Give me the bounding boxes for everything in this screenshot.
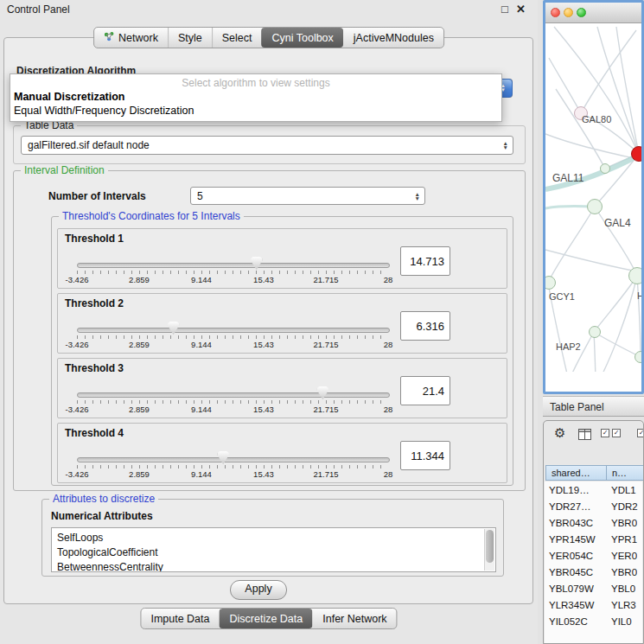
threshold-1-value-input[interactable] xyxy=(400,246,450,276)
network-node[interactable] xyxy=(634,351,641,363)
tab-label: Network xyxy=(118,32,158,44)
table-row[interactable]: YBR043CYBR0 xyxy=(545,514,642,531)
table-row[interactable]: YPR145WYPR1 xyxy=(545,531,642,547)
network-canvas[interactable]: GAL80 GAL11 GAL4 GCY1 HAP2 H xyxy=(545,23,641,372)
node-label-gal80: GAL80 xyxy=(582,114,611,124)
slider-scale: -3.426 2.859 9.144 15.43 21.715 28 xyxy=(77,405,388,415)
control-panel-titlebar: Control Panel □ ✕ xyxy=(0,0,538,21)
tab-jactivemnodules[interactable]: jActiveMNodules xyxy=(343,28,443,48)
scale-label: 15.43 xyxy=(253,275,274,284)
tab-label: Discretize Data xyxy=(230,613,303,625)
arrow-down-icon: ▼ xyxy=(415,196,420,201)
cell-name: YBR0 xyxy=(609,518,637,528)
network-node[interactable] xyxy=(628,267,641,284)
scale-label: 9.144 xyxy=(191,340,212,349)
checkbox-icon[interactable]: ✓ xyxy=(601,429,609,437)
scale-label: 21.715 xyxy=(313,469,338,479)
cell-shared-name: YBL079W xyxy=(545,583,609,594)
network-node[interactable] xyxy=(587,199,603,214)
table-row[interactable]: YDL19…YDL1 xyxy=(545,481,642,498)
table-row[interactable]: YLR345WYLR3 xyxy=(545,596,642,613)
threshold-1-slider[interactable]: -3.426 2.859 9.144 15.43 21.715 28 xyxy=(77,257,388,288)
slider-track[interactable] xyxy=(77,457,390,462)
slider-scale: -3.426 2.859 9.144 15.43 21.715 28 xyxy=(77,340,388,350)
cell-shared-name: YBR045C xyxy=(545,567,609,577)
gear-icon[interactable]: ⚙ xyxy=(554,425,565,441)
scale-label: -3.426 xyxy=(66,469,89,479)
list-scrollbar[interactable] xyxy=(484,529,494,571)
tab-infer-network[interactable]: Infer Network xyxy=(312,609,396,628)
table-data-selected-value: galFiltered.sif default node xyxy=(28,139,150,151)
table-row[interactable]: YIL052CYIL0 xyxy=(545,613,642,629)
tab-network[interactable]: Network xyxy=(94,28,168,48)
scale-label: 21.715 xyxy=(313,405,338,414)
slider-ticks xyxy=(77,465,388,469)
cell-name: YDL1 xyxy=(609,485,636,495)
table-row[interactable]: YER054CYER0 xyxy=(545,547,642,564)
cell-shared-name: YPR145W xyxy=(545,534,609,545)
scale-label: 2.859 xyxy=(129,469,150,479)
threshold-3-slider[interactable]: -3.426 2.859 9.144 15.43 21.715 28 xyxy=(77,386,388,418)
threshold-2-slider[interactable]: -3.426 2.859 9.144 15.43 21.715 28 xyxy=(77,322,388,353)
threshold-4-value-input[interactable] xyxy=(400,441,450,470)
scrollbar-thumb[interactable] xyxy=(486,530,494,563)
top-tab-bar: Network Style Select Cyni Toolbox jActiv… xyxy=(93,27,444,48)
numerical-attributes-list[interactable]: SelfLoops TopologicalCoefficient Between… xyxy=(51,527,496,572)
table-row[interactable]: YBL079WYBL0 xyxy=(545,580,642,596)
table-data-combobox[interactable]: galFiltered.sif default node ▲ ▼ xyxy=(21,136,513,155)
node-label-hap2: HAP2 xyxy=(556,341,581,352)
list-item[interactable]: BetweennessCentrality xyxy=(57,560,495,572)
table-panel-title: Table Panel xyxy=(550,401,604,413)
dropdown-option-manual-discretization[interactable]: Manual Discretization xyxy=(10,90,501,104)
threshold-4-label: Threshold 4 xyxy=(65,427,124,439)
slider-track[interactable] xyxy=(77,328,390,333)
list-item[interactable]: SelfLoops xyxy=(57,531,495,545)
cell-name: YDR2 xyxy=(609,501,638,512)
threshold-1-label: Threshold 1 xyxy=(65,233,124,245)
combobox-stepper-icon[interactable]: ▲ ▼ xyxy=(503,141,508,150)
tab-label: Impute Data xyxy=(150,613,209,625)
checkbox-icon[interactable]: ✓ xyxy=(612,429,621,437)
tab-impute-data[interactable]: Impute Data xyxy=(141,609,219,628)
list-item[interactable]: TopologicalCoefficient xyxy=(57,545,495,560)
number-of-intervals-combobox[interactable]: 5 ▲ ▼ xyxy=(190,187,425,205)
scale-label: -3.426 xyxy=(66,340,89,349)
table-data-group: Table Data galFiltered.sif default node … xyxy=(13,125,526,164)
column-header-shared-name[interactable]: shared… xyxy=(545,465,607,481)
apply-button[interactable]: Apply xyxy=(230,580,287,600)
network-node[interactable] xyxy=(600,163,610,174)
close-window-button[interactable] xyxy=(551,8,560,17)
cell-name: YBR0 xyxy=(609,567,637,577)
tab-cyni-toolbox[interactable]: Cyni Toolbox xyxy=(261,28,342,48)
float-window-button[interactable]: □ xyxy=(501,3,508,16)
threshold-3-label: Threshold 3 xyxy=(65,362,124,374)
columns-icon[interactable] xyxy=(578,428,591,443)
slider-track[interactable] xyxy=(77,263,390,268)
threshold-4-slider[interactable]: -3.426 2.859 9.144 15.43 21.715 28 xyxy=(77,451,388,482)
cell-name: YIL0 xyxy=(609,616,632,627)
threshold-2-value-input[interactable] xyxy=(400,311,450,341)
table-panel-header: Table Panel xyxy=(543,396,644,417)
network-window-titlebar xyxy=(545,3,641,23)
table-row[interactable]: YDR27…YDR2 xyxy=(545,498,642,514)
checkbox-icon[interactable]: ✓ xyxy=(637,429,644,437)
network-node[interactable] xyxy=(589,326,601,338)
dropdown-option-equal-width-frequency[interactable]: Equal Width/Frequency Discretization xyxy=(10,104,501,118)
minimize-window-button[interactable] xyxy=(564,8,573,17)
close-panel-button[interactable]: ✕ xyxy=(516,3,526,16)
cyni-toolbox-panel: Discretization Algorithm ▲ ▼ Select algo… xyxy=(3,37,533,604)
zoom-window-button[interactable] xyxy=(577,8,586,17)
tab-discretize-data[interactable]: Discretize Data xyxy=(220,609,313,628)
network-node-selected[interactable] xyxy=(631,146,641,162)
dropdown-placeholder: Select algorithm to view settings xyxy=(10,76,501,90)
combobox-stepper-icon[interactable]: ▲ ▼ xyxy=(415,192,420,201)
column-header-name[interactable]: n… xyxy=(606,465,644,481)
tab-style[interactable]: Style xyxy=(168,28,212,48)
scale-label: -3.426 xyxy=(66,275,89,284)
slider-track[interactable] xyxy=(77,392,390,398)
tab-select[interactable]: Select xyxy=(212,28,262,48)
threshold-3-value-input[interactable] xyxy=(400,376,450,405)
number-of-intervals-label: Number of Intervals xyxy=(48,190,146,202)
tab-label: Cyni Toolbox xyxy=(271,32,333,44)
table-row[interactable]: YBR045CYBR0 xyxy=(545,564,642,580)
